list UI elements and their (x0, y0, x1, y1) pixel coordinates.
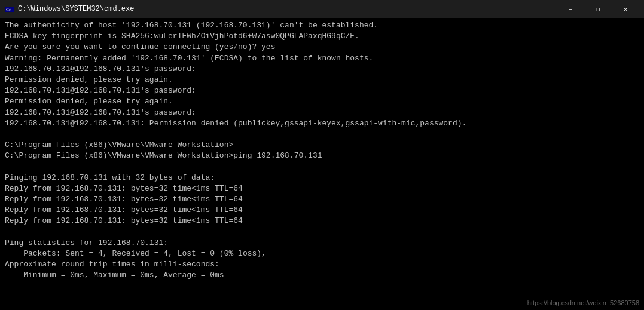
cmd-icon: C:\ (5, 4, 14, 14)
close-button[interactable]: ✕ (612, 0, 639, 18)
restore-button[interactable]: ❐ (584, 0, 612, 18)
terminal-output: The authenticity of host '192.168.70.131… (5, 20, 639, 281)
svg-text:C:\: C:\ (6, 7, 11, 12)
minimize-button[interactable]: – (557, 0, 584, 18)
titlebar-controls: – ❐ ✕ (557, 0, 639, 18)
titlebar: C:\ C:\Windows\SYSTEM32\cmd.exe – ❐ ✕ (0, 0, 644, 18)
titlebar-title: C:\Windows\SYSTEM32\cmd.exe (18, 5, 557, 13)
watermark: https://blog.csdn.net/weixin_52680758 (527, 299, 639, 306)
terminal-body[interactable]: The authenticity of host '192.168.70.131… (0, 18, 644, 310)
cmd-window: C:\ C:\Windows\SYSTEM32\cmd.exe – ❐ ✕ Th… (0, 0, 644, 310)
